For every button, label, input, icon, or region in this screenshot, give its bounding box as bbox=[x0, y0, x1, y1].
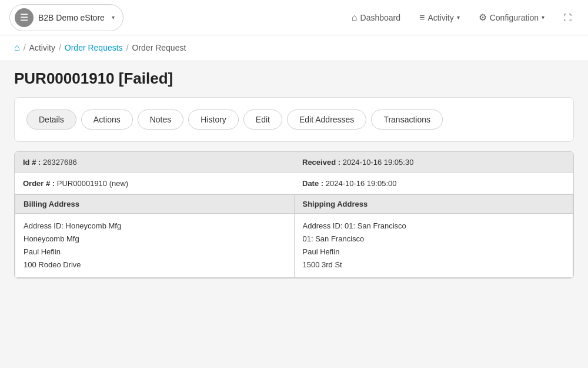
billing-line3: Paul Heflin bbox=[24, 246, 286, 258]
activity-icon: ≡ bbox=[419, 12, 425, 23]
brand-chevron-icon: ▾ bbox=[112, 14, 115, 21]
address-row: Billing Address Address ID: Honeycomb Mf… bbox=[15, 194, 573, 278]
nav-dashboard[interactable]: ⌂ Dashboard bbox=[345, 9, 407, 26]
breadcrumb-sep-2: / bbox=[59, 43, 61, 52]
date-label: Date : bbox=[302, 179, 326, 188]
order-value: PUR00001910 (new) bbox=[57, 179, 128, 188]
shipping-address-header: Shipping Address bbox=[295, 195, 573, 214]
billing-address-body: Address ID: Honeycomb Mfg Honeycomb Mfg … bbox=[15, 214, 294, 277]
tab-details[interactable]: Details bbox=[26, 110, 76, 130]
breadcrumb: ⌂ / Activity / Order Requests / Order Re… bbox=[0, 35, 588, 60]
fullscreen-icon: ⛶ bbox=[563, 13, 572, 22]
home-icon: ⌂ bbox=[352, 12, 358, 23]
nav-configuration-label: Configuration bbox=[490, 13, 539, 22]
billing-address-header: Billing Address bbox=[15, 195, 294, 214]
shipping-line2: 01: San Francisco bbox=[303, 233, 565, 246]
id-label: Id # : bbox=[23, 158, 43, 167]
tab-buttons: Details Actions Notes History Edit Edit … bbox=[26, 110, 562, 130]
page-content: PUR00001910 [Failed] Details Actions Not… bbox=[0, 60, 588, 368]
gear-icon: ⚙ bbox=[479, 12, 487, 23]
nav-activity[interactable]: ≡ Activity ▾ bbox=[412, 9, 467, 26]
details-card: Id # : 26327686 Received : 2024-10-16 19… bbox=[14, 151, 574, 279]
shipping-address-box: Shipping Address Address ID: 01: San Fra… bbox=[295, 195, 574, 278]
nav-fullscreen[interactable]: ⛶ bbox=[556, 9, 579, 26]
order-cell: Order # : PUR00001910 (new) bbox=[15, 173, 294, 194]
brand-name: B2B Demo eStore bbox=[38, 13, 105, 22]
shipping-address-body: Address ID: 01: San Francisco 01: San Fr… bbox=[295, 214, 573, 277]
billing-address-box: Billing Address Address ID: Honeycomb Mf… bbox=[15, 195, 295, 278]
nav-activity-label: Activity bbox=[427, 13, 453, 22]
date-cell: Date : 2024-10-16 19:05:00 bbox=[294, 173, 573, 194]
breadcrumb-home-icon[interactable]: ⌂ bbox=[14, 42, 20, 53]
received-value: 2024-10-16 19:05:30 bbox=[343, 158, 414, 167]
tab-history[interactable]: History bbox=[188, 110, 239, 130]
breadcrumb-order-requests[interactable]: Order Requests bbox=[65, 43, 123, 52]
nav-config-chevron-icon: ▾ bbox=[542, 14, 544, 21]
tab-edit-addresses[interactable]: Edit Addresses bbox=[287, 110, 366, 130]
id-cell: Id # : 26327686 bbox=[15, 152, 294, 173]
billing-line2: Honeycomb Mfg bbox=[24, 233, 286, 246]
brand-button[interactable]: ☰ B2B Demo eStore ▾ bbox=[9, 4, 123, 31]
shipping-line1: Address ID: 01: San Francisco bbox=[303, 220, 565, 233]
tab-transactions[interactable]: Transactions bbox=[371, 110, 443, 130]
shipping-line4: 1500 3rd St bbox=[303, 258, 565, 271]
breadcrumb-sep-3: / bbox=[126, 43, 129, 52]
page-title: PUR00001910 [Failed] bbox=[14, 69, 574, 88]
received-label: Received : bbox=[302, 158, 343, 167]
navbar: ☰ B2B Demo eStore ▾ ⌂ Dashboard ≡ Activi… bbox=[0, 0, 588, 35]
billing-line4: 100 Rodeo Drive bbox=[24, 258, 286, 271]
nav-configuration[interactable]: ⚙ Configuration ▾ bbox=[472, 8, 552, 26]
tab-edit[interactable]: Edit bbox=[243, 110, 282, 130]
tab-notes[interactable]: Notes bbox=[138, 110, 184, 130]
details-row-id: Id # : 26327686 Received : 2024-10-16 19… bbox=[15, 152, 573, 173]
id-value: 26327686 bbox=[43, 158, 77, 167]
breadcrumb-sep-1: / bbox=[24, 43, 26, 52]
order-label: Order # : bbox=[23, 179, 57, 188]
nav-activity-chevron-icon: ▾ bbox=[457, 14, 460, 21]
date-value: 2024-10-16 19:05:00 bbox=[326, 179, 397, 188]
breadcrumb-activity: Activity bbox=[29, 43, 55, 52]
nav-dashboard-label: Dashboard bbox=[360, 13, 401, 22]
received-cell: Received : 2024-10-16 19:05:30 bbox=[294, 152, 573, 173]
tabs-card: Details Actions Notes History Edit Edit … bbox=[14, 97, 574, 142]
billing-line1: Address ID: Honeycomb Mfg bbox=[24, 220, 286, 233]
tab-actions[interactable]: Actions bbox=[81, 110, 133, 130]
brand-icon: ☰ bbox=[15, 8, 34, 27]
details-row-order: Order # : PUR00001910 (new) Date : 2024-… bbox=[15, 173, 573, 194]
breadcrumb-current: Order Request bbox=[132, 43, 186, 52]
shipping-line3: Paul Heflin bbox=[303, 246, 565, 258]
